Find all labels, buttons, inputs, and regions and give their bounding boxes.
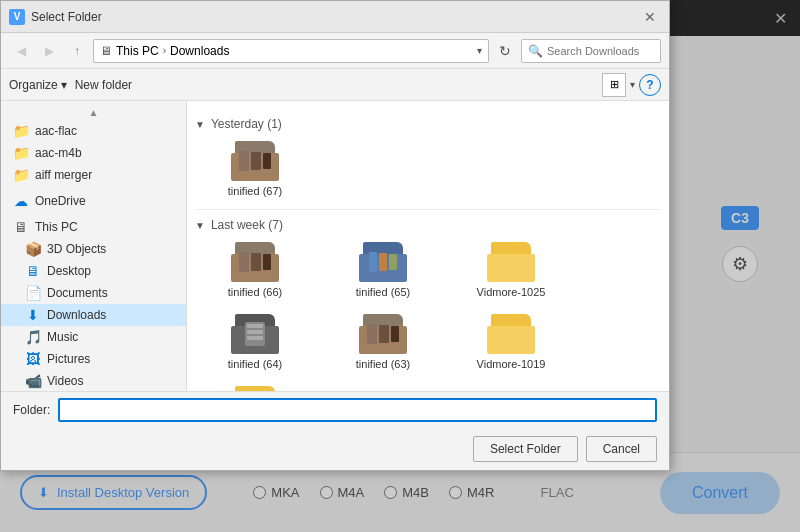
folder-name: tinified (65) <box>356 286 410 298</box>
search-box[interactable]: 🔍 <box>521 39 661 63</box>
sidebar-item-desktop[interactable]: 🖥 Desktop <box>1 260 186 282</box>
sidebar-item-aac-flac[interactable]: 📁 aac-flac <box>1 120 186 142</box>
documents-icon: 📄 <box>25 285 41 301</box>
view-dropdown-icon[interactable]: ▾ <box>630 79 635 90</box>
organize-button[interactable]: Organize ▾ <box>9 78 67 92</box>
list-item[interactable]: tinified (63) <box>323 310 443 374</box>
sidebar-label: aac-flac <box>35 124 77 138</box>
sidebar-label: Desktop <box>47 264 91 278</box>
folder-name: tinified (63) <box>356 358 410 370</box>
sidebar-item-music[interactable]: 🎵 Music <box>1 326 186 348</box>
folder-thumbnail <box>231 314 279 354</box>
view-icon: ⊞ <box>610 78 619 91</box>
back-button[interactable]: ◀ <box>9 39 33 63</box>
sidebar-item-this-pc[interactable]: 🖥 This PC <box>1 216 186 238</box>
select-folder-dialog: V Select Folder ✕ ◀ ▶ ↑ 🖥 This PC › Down… <box>0 0 670 471</box>
folder-icon: 📁 <box>13 167 29 183</box>
list-item[interactable]: tinified (65) <box>323 238 443 302</box>
sidebar: ▲ 📁 aac-flac 📁 aac-m4b 📁 aiff merger ☁ <box>1 101 187 391</box>
section-label: Last week (7) <box>211 218 283 232</box>
select-folder-button[interactable]: Select Folder <box>473 436 578 462</box>
sidebar-label: Downloads <box>47 308 106 322</box>
sidebar-label: Pictures <box>47 352 90 366</box>
sidebar-item-aac-m4b[interactable]: 📁 aac-m4b <box>1 142 186 164</box>
sidebar-label: 3D Objects <box>47 242 106 256</box>
3d-icon: 📦 <box>25 241 41 257</box>
new-folder-button[interactable]: New folder <box>75 78 132 92</box>
section-header-yesterday[interactable]: ▼ Yesterday (1) <box>195 117 661 131</box>
sidebar-scroll-up[interactable]: ▲ <box>89 107 99 118</box>
sidebar-item-aiff-merger[interactable]: 📁 aiff merger <box>1 164 186 186</box>
downloads-icon: ⬇ <box>25 307 41 323</box>
folder-thumbnail <box>359 242 407 282</box>
section-label: Yesterday (1) <box>211 117 282 131</box>
dialog-main: ▲ 📁 aac-flac 📁 aac-m4b 📁 aiff merger ☁ <box>1 101 669 391</box>
list-item[interactable]: tinified (66) <box>195 238 315 302</box>
folder-input[interactable] <box>58 398 657 422</box>
onedrive-icon: ☁ <box>13 193 29 209</box>
dialog-overlay: V Select Folder ✕ ◀ ▶ ↑ 🖥 This PC › Down… <box>0 0 800 532</box>
sidebar-item-documents[interactable]: 📄 Documents <box>1 282 186 304</box>
list-item[interactable]: tinified (67) <box>195 137 315 201</box>
sidebar-item-3d-objects[interactable]: 📦 3D Objects <box>1 238 186 260</box>
organize-arrow-icon: ▾ <box>61 78 67 92</box>
address-bar[interactable]: 🖥 This PC › Downloads ▾ <box>93 39 489 63</box>
address-dropdown-icon[interactable]: ▾ <box>477 45 482 56</box>
refresh-button[interactable]: ↻ <box>493 39 517 63</box>
sidebar-item-pictures[interactable]: 🖼 Pictures <box>1 348 186 370</box>
dialog-actions: Select Folder Cancel <box>1 428 669 470</box>
forward-button[interactable]: ▶ <box>37 39 61 63</box>
sidebar-item-videos[interactable]: 📹 Videos <box>1 370 186 391</box>
list-item[interactable]: Vidmore-1019 <box>451 310 571 374</box>
cancel-button[interactable]: Cancel <box>586 436 657 462</box>
music-icon: 🎵 <box>25 329 41 345</box>
folder-thumbnail <box>487 314 535 354</box>
dialog-title-left: V Select Folder <box>9 9 102 25</box>
folder-name: tinified (64) <box>228 358 282 370</box>
view-button[interactable]: ⊞ <box>602 73 626 97</box>
sidebar-label: This PC <box>35 220 78 234</box>
sidebar-label: aac-m4b <box>35 146 82 160</box>
list-item[interactable]: tinified (64) <box>195 310 315 374</box>
up-button[interactable]: ↑ <box>65 39 89 63</box>
address-pc: This PC <box>116 44 159 58</box>
last-week-items: tinified (66) tinified (65) <box>195 238 661 391</box>
search-icon: 🔍 <box>528 44 543 58</box>
folder-icon: 📁 <box>13 145 29 161</box>
address-folder: Downloads <box>170 44 229 58</box>
dialog-title-bar: V Select Folder ✕ <box>1 1 669 33</box>
yesterday-items: tinified (67) <box>195 137 661 201</box>
folder-thumbnail <box>231 141 279 181</box>
toolbar2-right: ⊞ ▾ ? <box>602 73 661 97</box>
dialog-close-button[interactable]: ✕ <box>639 6 661 28</box>
address-separator: › <box>163 45 166 56</box>
address-path: This PC › Downloads <box>116 44 229 58</box>
dialog-title: Select Folder <box>31 10 102 24</box>
help-icon: ? <box>646 78 653 92</box>
folder-name: tinified (66) <box>228 286 282 298</box>
dialog-app-icon: V <box>9 9 25 25</box>
desktop-icon: 🖥 <box>25 263 41 279</box>
dialog-toolbar2: Organize ▾ New folder ⊞ ▾ ? <box>1 69 669 101</box>
sidebar-item-onedrive[interactable]: ☁ OneDrive <box>1 190 186 212</box>
list-item[interactable]: Vidmore-1020 <box>195 382 315 391</box>
section-collapse-icon: ▼ <box>195 220 205 231</box>
folder-name: Vidmore-1025 <box>477 286 546 298</box>
videos-icon: 📹 <box>25 373 41 389</box>
folder-thumbnail <box>231 386 279 391</box>
pc-icon: 🖥 <box>100 44 112 58</box>
pictures-icon: 🖼 <box>25 351 41 367</box>
folder-name: Vidmore-1019 <box>477 358 546 370</box>
sidebar-label: Music <box>47 330 78 344</box>
search-input[interactable] <box>547 45 654 57</box>
folder-thumbnail <box>359 314 407 354</box>
sidebar-item-downloads[interactable]: ⬇ Downloads <box>1 304 186 326</box>
folder-thumbnail <box>487 242 535 282</box>
dialog-footer: Folder: <box>1 391 669 428</box>
toolbar2-left: Organize ▾ New folder <box>9 78 132 92</box>
section-header-last-week[interactable]: ▼ Last week (7) <box>195 218 661 232</box>
sidebar-label: Videos <box>47 374 83 388</box>
folder-thumbnail <box>231 242 279 282</box>
help-button[interactable]: ? <box>639 74 661 96</box>
list-item[interactable]: Vidmore-1025 <box>451 238 571 302</box>
